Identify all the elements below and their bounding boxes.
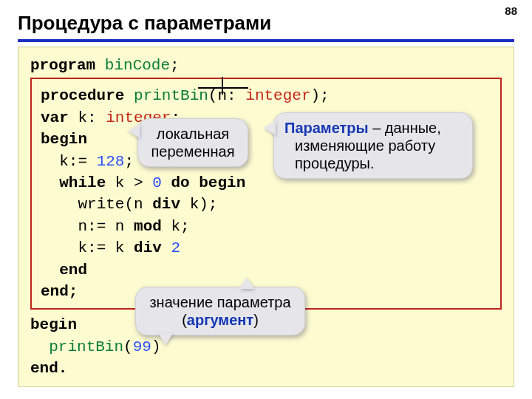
page-number: 88 xyxy=(505,4,517,17)
kw-end-semi: end; xyxy=(41,283,78,300)
num-0: 0 xyxy=(152,174,162,191)
callout-text: – данные, xyxy=(369,120,441,136)
connector-line xyxy=(222,77,223,87)
kw-mod: mod xyxy=(134,218,162,235)
kw-program: program xyxy=(30,57,95,74)
k-div-r xyxy=(162,239,171,256)
code-line: k:= k div 2 xyxy=(41,237,491,259)
semi: ; xyxy=(124,153,134,170)
kw-while: while xyxy=(59,174,106,191)
num-2: 2 xyxy=(171,239,180,256)
callout-tail xyxy=(158,333,173,345)
callout-tail xyxy=(128,123,140,138)
proc-name: printBin xyxy=(134,87,208,104)
kw-div: div xyxy=(134,239,162,256)
callout-argument: значение параметра (аргумент) xyxy=(135,287,305,335)
callout-line: переменная xyxy=(149,143,237,160)
lparen: ( xyxy=(208,87,218,104)
code-line: write(n div k); xyxy=(41,194,491,215)
code-line: end xyxy=(41,259,491,281)
call-name: printBin xyxy=(49,338,123,355)
code-line: end. xyxy=(30,358,502,379)
call-arg: 99 xyxy=(133,338,151,355)
kw-end-dot: end. xyxy=(30,360,67,377)
code-line: procedure printBin(n: integer); xyxy=(41,85,491,106)
connector-line xyxy=(198,87,248,89)
callout-line: (аргумент) xyxy=(146,311,294,329)
kw-var: var xyxy=(41,109,69,126)
callout-accent: Параметры xyxy=(284,120,369,136)
write-l: write(n xyxy=(78,196,152,213)
kw-end: end xyxy=(59,262,87,279)
n-assign-r: k; xyxy=(162,218,190,235)
program-name: binCode xyxy=(105,57,170,74)
callout-text: ) xyxy=(253,312,259,328)
callout-line: Параметры – данные, xyxy=(284,119,462,137)
code-block: program binCode; procedure printBin(n: i… xyxy=(18,47,514,387)
kw-div: div xyxy=(152,196,180,213)
semi: ; xyxy=(170,57,180,74)
kw-procedure: procedure xyxy=(41,87,124,104)
callout-tail xyxy=(239,277,254,289)
callout-line: значение параметра xyxy=(146,293,294,311)
slide-title: Процедура с параметрами xyxy=(18,12,514,42)
callout-line: изменяющие работу xyxy=(284,137,462,154)
callout-local-var: локальная переменная xyxy=(137,118,248,167)
n-assign-l: n:= n xyxy=(78,218,134,235)
code-line: printBin(99) xyxy=(30,336,502,358)
k-div-l: k:= k xyxy=(78,239,134,256)
callout-line: локальная xyxy=(149,125,237,143)
callout-tail xyxy=(264,120,276,135)
callout-text: ( xyxy=(182,312,187,328)
call-lparen: ( xyxy=(123,338,133,355)
callout-line: процедуры. xyxy=(284,154,462,172)
callout-params: Параметры – данные, изменяющие работу пр… xyxy=(273,112,473,179)
kw-begin: begin xyxy=(41,131,87,148)
num-128: 128 xyxy=(97,153,125,170)
type-integer: integer xyxy=(245,87,310,104)
code-line: n:= n mod k; xyxy=(41,216,491,237)
k-assign: k:= xyxy=(59,153,96,170)
rparen: ); xyxy=(311,87,330,104)
while-cond-a: k > xyxy=(106,174,152,191)
kw-do-begin: do begin xyxy=(162,174,245,191)
callout-accent: аргумент xyxy=(187,312,253,328)
write-r: k); xyxy=(180,196,217,213)
code-line: program binCode; xyxy=(30,55,502,76)
var-k: k: xyxy=(69,109,106,126)
connector-line xyxy=(222,87,223,95)
kw-begin: begin xyxy=(30,316,77,333)
